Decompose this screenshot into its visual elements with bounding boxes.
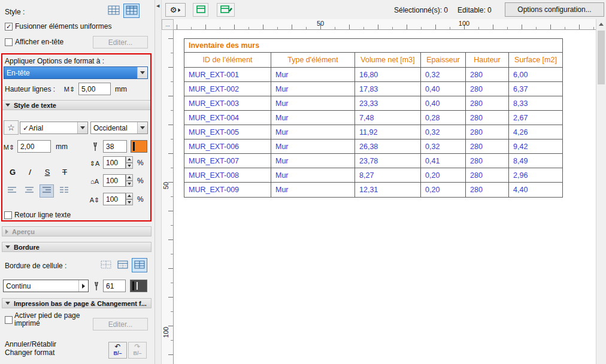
table-cell[interactable]: 9,42	[509, 139, 562, 154]
char-spacing-input[interactable]: 100	[103, 193, 126, 205]
table-header-cell[interactable]: Surface [m2]	[509, 53, 562, 68]
table-cell[interactable]: Mur	[271, 154, 355, 168]
table-cell[interactable]: 7,48	[355, 111, 421, 125]
line-type-dropdown[interactable]: Continu	[3, 280, 89, 292]
underline-button[interactable]: S	[41, 165, 54, 178]
table-header-cell[interactable]: Type d'élément	[271, 53, 355, 68]
schedule-canvas[interactable]: Inventaire des murs ID de l'élémentType …	[174, 30, 596, 364]
table-cell[interactable]: 0,32	[421, 125, 466, 139]
redo-format-button[interactable]: ↷ B/–	[128, 342, 147, 359]
table-cell[interactable]: MUR_EXT-006	[184, 139, 271, 154]
table-cell[interactable]: 280	[466, 96, 509, 111]
italic-button[interactable]: I	[22, 165, 37, 178]
table-cell[interactable]: Mur	[271, 68, 355, 82]
line-spacing-input[interactable]: 100	[103, 156, 126, 169]
text-pen-color-swatch[interactable]	[131, 140, 147, 153]
table-cell[interactable]: 6,00	[509, 68, 562, 82]
table-cell[interactable]: 2,96	[509, 168, 562, 183]
ruler-corner-button[interactable]: ...	[162, 19, 174, 30]
text-pen-input[interactable]: 38	[103, 140, 127, 153]
strikethrough-button[interactable]: T	[58, 165, 71, 178]
edit-footer-button[interactable]: Editer...	[93, 318, 148, 330]
table-cell[interactable]: 0,41	[421, 154, 466, 168]
scheme-options-button[interactable]: Options configuration...	[505, 2, 604, 17]
table-cell[interactable]: 0,28	[421, 111, 466, 125]
table-header-cell[interactable]: Epaisseur	[421, 53, 466, 68]
table-cell[interactable]: 11,92	[355, 125, 421, 139]
table-cell[interactable]: 0,20	[421, 168, 466, 183]
table-style-plain-button[interactable]	[105, 4, 122, 18]
table-cell[interactable]: MUR_EXT-004	[184, 111, 271, 125]
table-cell[interactable]: 8,27	[355, 168, 421, 183]
table-cell[interactable]: 280	[466, 125, 509, 139]
favorite-star-button[interactable]: ☆	[4, 120, 19, 135]
settings-flyout-button[interactable]: ⚙	[165, 3, 186, 17]
table-header-cell[interactable]: Volume net [m3]	[355, 53, 421, 68]
table-cell[interactable]: Mur	[271, 168, 355, 183]
apply-format-dropdown[interactable]: En-tête	[4, 66, 148, 79]
table-cell[interactable]: 26,38	[355, 139, 421, 154]
table-cell[interactable]: Mur	[271, 96, 355, 111]
table-cell[interactable]: 280	[466, 139, 509, 154]
edit-header-button[interactable]: Editer...	[93, 36, 148, 48]
table-cell[interactable]: 0,40	[421, 82, 466, 96]
table-cell[interactable]: 0,32	[421, 139, 466, 154]
char-spacing-stepper[interactable]	[126, 193, 133, 205]
table-cell[interactable]: Mur	[271, 82, 355, 96]
table-cell[interactable]: Mur	[271, 111, 355, 125]
char-width-input[interactable]: 100	[103, 174, 126, 187]
table-cell[interactable]: 280	[466, 111, 509, 125]
table-cell[interactable]: 12,31	[355, 183, 421, 197]
border-section-header[interactable]: Bordure	[2, 242, 152, 252]
table-cell[interactable]: 280	[466, 154, 509, 168]
preview-section-header[interactable]: Aperçu	[2, 226, 152, 236]
script-dropdown[interactable]: Occidental	[90, 122, 148, 134]
table-cell[interactable]: MUR_EXT-008	[184, 168, 271, 183]
border-pen-color-swatch[interactable]	[130, 280, 147, 292]
table-cell[interactable]: Mur	[271, 139, 355, 154]
font-dropdown[interactable]: ✓Arial	[20, 122, 88, 134]
table-cell[interactable]: 0,32	[421, 68, 466, 82]
table-header-cell[interactable]: Hauteur	[466, 53, 509, 68]
table-cell[interactable]: 23,33	[355, 96, 421, 111]
schedule-view-button[interactable]	[193, 3, 208, 17]
table-cell[interactable]: MUR_EXT-003	[184, 96, 271, 111]
table-cell[interactable]: MUR_EXT-001	[184, 68, 271, 82]
table-cell[interactable]: 4,26	[509, 125, 562, 139]
table-cell[interactable]: 8,49	[509, 154, 562, 168]
panel-collapse-strip[interactable]: ◀	[154, 0, 162, 364]
table-cell[interactable]: MUR_EXT-009	[184, 183, 271, 197]
table-cell[interactable]: 6,37	[509, 82, 562, 96]
table-header-cell[interactable]: ID de l'élément	[184, 53, 271, 68]
table-cell[interactable]: 23,78	[355, 154, 421, 168]
table-cell[interactable]: 280	[466, 68, 509, 82]
border-outline-button[interactable]	[115, 258, 131, 272]
border-none-button[interactable]	[98, 258, 114, 272]
align-right-button[interactable]	[40, 184, 54, 198]
align-left-button[interactable]	[5, 184, 19, 198]
border-all-button[interactable]	[132, 258, 147, 272]
table-cell[interactable]: 0,40	[421, 96, 466, 111]
table-title[interactable]: Inventaire des murs	[184, 39, 562, 53]
table-cell[interactable]: 280	[466, 168, 509, 183]
table-cell[interactable]: Mur	[271, 125, 355, 139]
table-cell[interactable]: MUR_EXT-007	[184, 154, 271, 168]
table-cell[interactable]: 17,83	[355, 82, 421, 96]
table-style-header-button[interactable]	[123, 4, 140, 18]
show-header-checkbox[interactable]	[5, 38, 13, 46]
table-cell[interactable]: 280	[466, 183, 509, 197]
table-cell[interactable]: 16,80	[355, 68, 421, 82]
align-center-button[interactable]	[22, 184, 37, 198]
bold-button[interactable]: G	[6, 165, 19, 178]
scroll-up-button[interactable]	[596, 19, 606, 29]
schedule-edit-button[interactable]	[217, 3, 235, 17]
table-cell[interactable]: MUR_EXT-005	[184, 125, 271, 139]
table-cell[interactable]: 280	[466, 82, 509, 96]
undo-format-button[interactable]: ↶ B/–	[108, 342, 127, 359]
border-pen-input[interactable]: 61	[103, 280, 126, 292]
table-cell[interactable]: 8,33	[509, 96, 562, 111]
merge-uniform-checkbox[interactable]: ✓	[5, 23, 13, 31]
table-cell[interactable]: 2,67	[509, 111, 562, 125]
align-justify-button[interactable]	[57, 184, 71, 198]
text-wrap-checkbox[interactable]	[4, 211, 12, 219]
